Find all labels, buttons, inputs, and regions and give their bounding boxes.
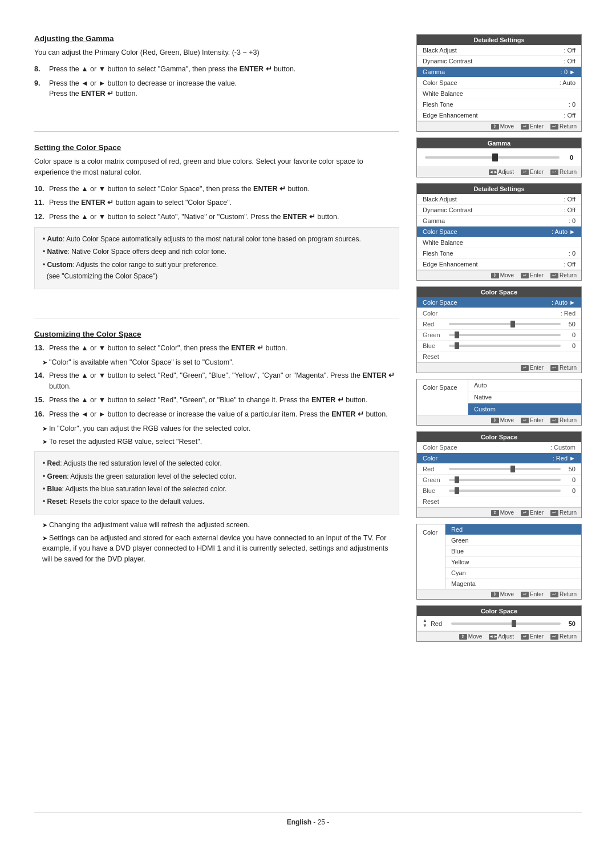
panel-row-edge-1: Edge Enhancement : Off [417, 110, 581, 121]
panel-row-black-adjust: Black Adjust : Off [417, 45, 581, 56]
footer-move-1: ⇕ Move [491, 123, 514, 130]
footer-adjust-gamma: ◄► Adjust [489, 169, 514, 175]
arrow-note-1: "Color" is available when "Color Space" … [34, 357, 399, 368]
panel-footer-1: ⇕ Move ↵ Enter ↩ Return [417, 121, 581, 131]
cs-slider-track-red-c [449, 468, 561, 470]
panel-footer-5: ⇕ Move ↵ Enter ↩ Return [417, 415, 581, 425]
enter-icon-4: ↵ [521, 365, 529, 371]
enter-icon-7: ↵ [521, 592, 529, 597]
enter-icon-6: ↵ [521, 510, 529, 516]
cs-slider-green-custom: Green 0 [417, 475, 581, 486]
cs-slider-value-blue: 0 [564, 342, 576, 349]
section-colorspace-intro: Color space is a color matrix composed o… [34, 156, 399, 178]
cs-slider-thumb-red [510, 321, 515, 328]
panel-row-whitebalance-1: White Balance [417, 88, 581, 99]
footer-language: English [287, 818, 311, 826]
return-icon-5: ↩ [550, 418, 558, 423]
color-option-green[interactable]: Green [445, 535, 581, 546]
cs-option-custom[interactable]: Custom [468, 403, 581, 415]
note-red: • Red: Adjusts the red saturation level … [43, 458, 391, 469]
step-16-num: 16. [34, 409, 46, 420]
panel-row-gamma-highlighted: Gamma : 0 ► [417, 67, 581, 78]
panel-detailed-cs-title: Detailed Settings [417, 184, 581, 194]
cs-slider-thumb-green-c [455, 476, 459, 483]
color-option-yellow[interactable]: Yellow [445, 557, 581, 568]
customizing-notes: • Red: Adjusts the red saturation level … [34, 451, 399, 515]
cs-slider-value-green-c: 0 [564, 476, 576, 483]
panel-detailed-gamma-title: Detailed Settings [417, 35, 581, 45]
cs-slider-blue-custom: Blue 0 [417, 486, 581, 496]
step-12-text: Press the ▲ or ▼ button to select "Auto"… [49, 212, 399, 223]
enter-icon-5: ↵ [521, 418, 529, 423]
color-option-cyan[interactable]: Cyan [445, 568, 581, 579]
footer-enter-1: ↵ Enter [521, 123, 544, 130]
cs-slider-red-custom: Red 50 [417, 464, 581, 475]
cs-dropdown-options: Auto Native Custom [468, 379, 581, 415]
step-14: 14. Press the ▲ or ▼ button to select "R… [34, 370, 399, 392]
arrow-note-5: Settings can be adjusted and stored for … [34, 533, 399, 565]
right-column: Detailed Settings Black Adjust : Off Dyn… [416, 34, 582, 795]
footer-enter-4: ↵ Enter [521, 365, 544, 371]
cs-slider-blue-auto: Blue 0 [417, 341, 581, 351]
return-icon-gamma: ↩ [550, 169, 558, 175]
step-16-text: Press the ◄ or ► button to decrease or i… [49, 409, 399, 420]
cs-auto-title: Color Space [417, 287, 581, 297]
colorspace-notes: • Auto: Auto Color Space automatically a… [34, 227, 399, 290]
note-auto: • Auto: Auto Color Space automatically a… [43, 233, 391, 245]
panel-footer-3: ⇕ Move ↵ Enter ↩ Return [417, 270, 581, 280]
step-10-num: 10. [34, 184, 46, 195]
color-option-magenta[interactable]: Magenta [445, 579, 581, 589]
color-dropdown-label: Color [417, 524, 445, 589]
color-option-red[interactable]: Red [445, 524, 581, 535]
cs-option-native: Native [468, 391, 581, 403]
cs-row-reset-auto: Reset [417, 351, 581, 362]
cs-slider-track-green-c [449, 479, 561, 481]
cs-row-space-auto: Color Space : Auto ► [417, 297, 581, 308]
panel-footer-8: ⇕ Move ◄► Adjust ↵ Enter ↩ Return [417, 631, 581, 641]
cs-dropdown-label: Color Space [417, 379, 468, 415]
cs-slider-value-red-c: 50 [564, 466, 576, 472]
up-arrow: ▲ [423, 618, 427, 623]
panel-row-colorspace-highlighted: Color Space : Auto ► [417, 227, 581, 237]
step-14-text: Press the ▲ or ▼ button to select "Red",… [49, 370, 399, 392]
color-option-blue[interactable]: Blue [445, 546, 581, 557]
panel-color-dropdown: Color Red Green Blue Yellow Cyan Magenta… [416, 524, 582, 600]
return-icon-8: ↩ [550, 634, 558, 640]
panel-detailed-cs: Detailed Settings Black Adjust : Off Dyn… [416, 183, 582, 281]
step-15-num: 15. [34, 395, 46, 406]
move-icon-1: ⇕ [491, 124, 499, 130]
cs-slider-value-red: 50 [564, 321, 576, 328]
footer-adjust-8: ◄► Adjust [489, 633, 514, 640]
section-gamma-title: Adjusting the Gamma [34, 34, 399, 43]
divider-1 [34, 131, 399, 132]
step-13-num: 13. [34, 343, 46, 354]
move-icon-6: ⇕ [491, 510, 499, 516]
footer-move-5: ⇕ Move [491, 417, 514, 423]
cs-slider-green-auto: Green 0 [417, 330, 581, 341]
panel-row-dynamic-contrast: Dynamic Contrast : Off [417, 56, 581, 67]
cs-slider-track-blue-c [449, 490, 561, 492]
bottom-cs-title: Color Space [417, 606, 581, 616]
panel-gamma-slider: Gamma 0 ◄► Adjust ↵ Enter ↩ Return [416, 138, 582, 177]
panel-bottom-cs: Color Space ▲ ▼ Red 50 ⇕ Move ◄► Adjust … [416, 605, 582, 642]
gamma-slider-thumb [492, 153, 498, 161]
cs-custom-title: Color Space [417, 432, 581, 442]
cs-row-color-custom-highlighted: Color : Red ► [417, 453, 581, 464]
cs-row-space-custom: Color Space : Custom [417, 442, 581, 453]
step-8-num: 8. [34, 64, 46, 75]
bottom-cs-label: Red [431, 620, 448, 627]
cs-slider-thumb-red-c [510, 466, 515, 472]
cs-row-color-auto: Color : Red [417, 308, 581, 319]
cs-slider-thumb-blue [455, 342, 459, 349]
cs-option-auto: Auto [468, 379, 581, 391]
gamma-slider-track [425, 156, 560, 159]
adjust-icon-8: ◄► [489, 634, 497, 640]
footer-move-6: ⇕ Move [491, 510, 514, 516]
page-footer: English - 25 - [34, 812, 582, 826]
page: Adjusting the Gamma You can adjust the P… [0, 0, 616, 849]
content-area: Adjusting the Gamma You can adjust the P… [34, 34, 582, 795]
note-blue: • Blue: Adjusts the blue saturation leve… [43, 483, 391, 495]
return-icon-6: ↩ [550, 510, 558, 516]
note-custom: • Custom: Adjusts the color range to sui… [43, 259, 391, 282]
panel-footer-4: ↵ Enter ↩ Return [417, 362, 581, 373]
